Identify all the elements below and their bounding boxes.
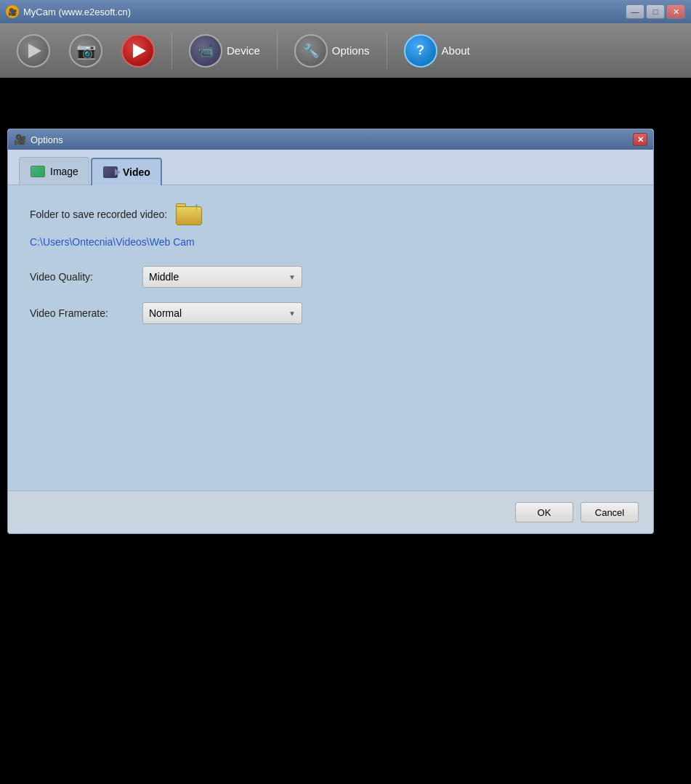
- folder-icon-button[interactable]: ↑: [176, 203, 202, 225]
- video-framerate-value: Normal: [149, 307, 182, 319]
- camera-button[interactable]: 📷: [63, 31, 108, 71]
- folder-path[interactable]: C:\Users\Ontecnia\Videos\Web Cam: [30, 236, 631, 248]
- image-tab-icon: [30, 163, 46, 179]
- folder-row: Folder to save recorded video: ↑: [30, 203, 631, 225]
- device-icon: 📹: [189, 34, 222, 68]
- image-icon-shape: [31, 166, 45, 177]
- video-quality-value: Middle: [149, 271, 179, 283]
- options-label: Options: [332, 44, 370, 57]
- video-framerate-select[interactable]: Normal ▼: [142, 302, 302, 324]
- folder-arrow-icon: ↑: [194, 201, 199, 212]
- dialog-title-text: Options: [31, 134, 63, 145]
- video-framerate-row: Video Framerate: Normal ▼: [30, 302, 631, 324]
- toolbar-separator: [171, 33, 172, 69]
- maximize-button[interactable]: □: [646, 4, 665, 19]
- ok-button[interactable]: OK: [515, 502, 573, 522]
- video-icon-shape: [103, 166, 118, 178]
- dialog-content: Folder to save recorded video: ↑ C:\User…: [8, 185, 653, 490]
- dialog-footer: OK Cancel: [8, 490, 653, 533]
- title-bar-left: 🎥 MyCam (www.e2esoft.cn): [6, 5, 131, 18]
- toolbar-separator2: [277, 33, 278, 69]
- options-dialog: 🎥 Options ✕ Image Video: [7, 129, 654, 534]
- about-label: About: [442, 44, 470, 57]
- device-label: Device: [227, 44, 260, 57]
- folder-label: Folder to save recorded video:: [30, 209, 167, 220]
- tabs-area: Image Video: [8, 150, 653, 185]
- toolbar: 📷 📹 Device 🔧 Options ? About: [0, 23, 691, 78]
- video-quality-select[interactable]: Middle ▼: [142, 266, 302, 288]
- toolbar-separator3: [387, 33, 387, 69]
- options-icon: 🔧: [294, 34, 328, 68]
- video-tab-icon: [102, 164, 118, 180]
- window-title: MyCam (www.e2esoft.cn): [23, 7, 131, 17]
- about-button[interactable]: ? About: [398, 31, 476, 71]
- device-button[interactable]: 📹 Device: [183, 31, 266, 71]
- tab-video-label: Video: [123, 166, 150, 178]
- dialog-container: 🎥 Options ✕ Image Video: [0, 121, 691, 690]
- minimize-button[interactable]: —: [626, 4, 644, 19]
- about-icon: ?: [404, 34, 437, 68]
- dialog-titlebar: 🎥 Options ✕: [8, 129, 653, 150]
- tab-video[interactable]: Video: [91, 158, 162, 185]
- app-icon: 🎥: [6, 5, 19, 18]
- record-icon: [121, 34, 155, 68]
- title-bar-buttons: — □ ✕: [626, 4, 685, 19]
- close-button[interactable]: ✕: [666, 4, 685, 19]
- video-framerate-label: Video Framerate:: [30, 307, 132, 319]
- app-window: 🎥 MyCam (www.e2esoft.cn) — □ ✕ 📷 📹 Devic…: [0, 0, 691, 784]
- tab-image[interactable]: Image: [19, 157, 89, 185]
- record-button[interactable]: [116, 31, 161, 71]
- video-area-bottom: [0, 690, 691, 784]
- title-bar: 🎥 MyCam (www.e2esoft.cn) — □ ✕: [0, 0, 691, 23]
- cancel-button[interactable]: Cancel: [581, 502, 639, 522]
- dialog-close-button[interactable]: ✕: [633, 133, 647, 146]
- framerate-dropdown-arrow: ▼: [288, 310, 296, 318]
- play-icon: [17, 34, 50, 68]
- video-quality-label: Video Quality:: [30, 271, 132, 283]
- video-area-top: [0, 78, 691, 121]
- dialog-title-left: 🎥 Options: [14, 134, 63, 145]
- options-button[interactable]: 🔧 Options: [288, 31, 376, 71]
- quality-dropdown-arrow: ▼: [288, 273, 296, 281]
- dialog-title-icon: 🎥: [14, 134, 26, 145]
- video-quality-row: Video Quality: Middle ▼: [30, 266, 631, 288]
- play-button[interactable]: [11, 31, 56, 71]
- tab-image-label: Image: [50, 166, 78, 177]
- camera-icon: 📷: [69, 34, 102, 68]
